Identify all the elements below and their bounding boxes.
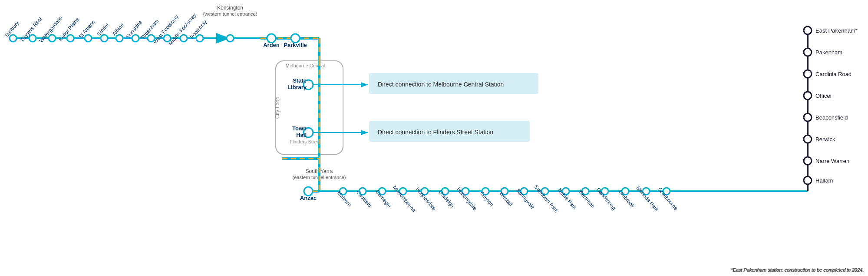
label-narre-warren: Narre Warren [815, 158, 849, 164]
label-connection-1: Direct connection to Melbourne Central S… [378, 81, 504, 88]
label-cardinia-road: Cardinia Road [815, 71, 851, 77]
label-berwick: Berwick [815, 136, 835, 143]
label-town-hall-2: Hall [296, 132, 307, 138]
label-parkville: Parkville [284, 42, 307, 48]
station-pakenham [804, 48, 812, 56]
station-ginifer [101, 35, 108, 42]
label-connection-2: Direct connection to Flinders Street Sta… [378, 129, 493, 136]
city-loop-label: City Loop [274, 96, 281, 119]
label-town-hall-1: Town [292, 125, 307, 132]
station-sunbury [10, 35, 17, 42]
label-officer: Officer [815, 93, 832, 99]
station-cardinia-road [804, 70, 812, 78]
label-kensington: Kensington [217, 5, 243, 11]
station-beaconsfield [804, 113, 812, 121]
label-flinders-street: Flinders Street [290, 139, 321, 144]
station-anzac [304, 187, 313, 196]
station-sunshine [132, 35, 139, 42]
label-hallam: Hallam [815, 177, 833, 184]
station-berwick [804, 135, 812, 143]
station-albion [116, 35, 123, 42]
label-western-tunnel: (western tunnel entrance) [203, 11, 257, 17]
label-east-pakenham: East Pakenham* [815, 27, 858, 34]
station-parkville [291, 34, 300, 43]
station-st-albans [85, 35, 92, 42]
station-footscray [196, 35, 203, 42]
station-watergardens [49, 35, 56, 42]
label-anzac: Anzac [300, 195, 317, 201]
station-narre-warren [804, 157, 812, 165]
station-diggers-rest [29, 35, 36, 42]
label-state-library-2: Library [287, 84, 307, 90]
footnote-div: *East Pakenham station: construction to … [731, 267, 864, 273]
station-hallam [804, 176, 812, 184]
station-officer [804, 92, 812, 100]
station-east-pakenham [804, 27, 812, 34]
station-arden [267, 34, 276, 43]
label-arden: Arden [263, 42, 280, 48]
label-pakenham: Pakenham [815, 49, 842, 56]
station-kensington [227, 35, 234, 42]
label-beaconsfield: Beaconsfield [815, 114, 848, 121]
station-keilor-plains [67, 35, 74, 42]
station-middle-footscray [180, 35, 187, 42]
label-state-library-1: State [293, 77, 307, 84]
